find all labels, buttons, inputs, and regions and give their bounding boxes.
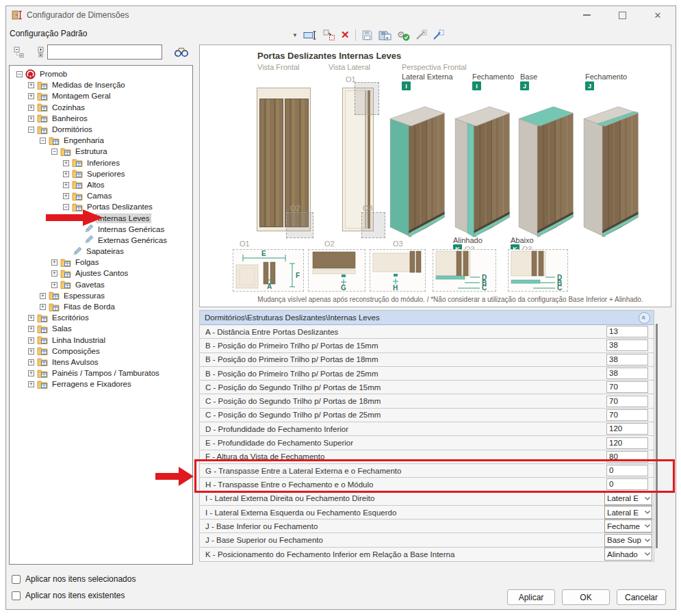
tree-expander-plus-icon[interactable]: +	[51, 259, 57, 266]
tree-item-salas[interactable]: +Salas	[10, 323, 192, 334]
tree-expander-plus-icon[interactable]: +	[28, 326, 34, 332]
param-value-input[interactable]: 38	[606, 339, 648, 351]
checkbox-apply-selected[interactable]: Aplicar nos itens selecionados	[12, 574, 136, 584]
tree-expander-plus-icon[interactable]: +	[28, 116, 34, 122]
tree-item-promob[interactable]: −Promob	[10, 68, 192, 79]
tree-item-banheiros[interactable]: +Banheiros	[10, 113, 192, 124]
tree-expander-plus-icon[interactable]: +	[28, 315, 34, 321]
tree-item-linha-industrial[interactable]: +Linha Industrial	[10, 335, 192, 346]
tree-item-ajustes-cantos[interactable]: +Ajustes Cantos	[10, 268, 192, 279]
param-value-input[interactable]: 70	[606, 409, 648, 421]
apply-button[interactable]: Aplicar	[507, 589, 555, 605]
config-dropdown-caret-icon[interactable]: ▼	[292, 28, 298, 42]
tree-item-escrit-rios[interactable]: +Escritórios	[10, 312, 192, 323]
tree-item-pain-is-tampos-tamburatos[interactable]: +Painéis / Tampos / Tamburatos	[10, 368, 192, 378]
search-binoculars-icon[interactable]	[172, 43, 191, 61]
tree-expander-plus-icon[interactable]: +	[28, 348, 34, 355]
apply-config-gear-check-icon[interactable]: ⚙	[397, 28, 410, 42]
tree-item-estrutura[interactable]: −Estrutura	[10, 146, 192, 157]
tree-item-espessuras[interactable]: +Espessuras	[10, 290, 192, 301]
tree-expander-plus-icon[interactable]: +	[63, 171, 69, 177]
tree-expander-minus-icon[interactable]: −	[16, 71, 23, 77]
tree-expander-plus-icon[interactable]: +	[28, 337, 34, 344]
tree-expander-plus-icon[interactable]: +	[40, 293, 46, 299]
param-value-input[interactable]: 70	[606, 381, 648, 393]
tree-item-label: Altos	[86, 181, 106, 189]
tree-expander-plus-icon[interactable]: +	[28, 82, 34, 88]
tree-expander-plus-icon[interactable]: +	[63, 160, 69, 166]
tree-search-input[interactable]	[47, 44, 162, 60]
tree-item-cozinhas[interactable]: +Cozinhas	[10, 102, 192, 113]
folder-icon	[72, 169, 83, 178]
tree-item-inferiores[interactable]: +Inferiores	[10, 157, 192, 168]
tree-expander-plus-icon[interactable]: +	[28, 381, 34, 387]
tree-expander-plus-icon[interactable]: +	[40, 304, 46, 310]
tree-expander-plus-icon[interactable]: +	[28, 105, 34, 111]
export-arrow-icon[interactable]	[433, 28, 444, 42]
tree-item-montagem-geral[interactable]: +Montagem Geral	[10, 90, 192, 101]
tree-item-ferragens-e-fixadores[interactable]: +Ferragens e Fixadores	[10, 378, 192, 389]
tree-item-superiores[interactable]: +Superiores	[10, 168, 192, 179]
folder-icon	[60, 280, 71, 289]
tree-expander-plus-icon[interactable]: +	[28, 359, 34, 365]
delete-config-icon[interactable]: ✕	[341, 28, 350, 42]
table-scrollbar-thumb[interactable]	[656, 324, 658, 548]
tag-icon	[72, 246, 82, 257]
tree-item-externas-gen-ricas[interactable]: Externas Genéricas	[10, 235, 192, 246]
checkbox-box[interactable]	[12, 591, 21, 600]
promob-icon	[25, 69, 36, 79]
param-value-select[interactable]: Lateral E	[604, 506, 652, 519]
tree-expander-plus-icon[interactable]: +	[51, 282, 57, 288]
detail-diagram-o2: G	[308, 249, 365, 292]
save-icon[interactable]	[361, 28, 373, 42]
tree-expander-plus-icon[interactable]: +	[63, 193, 69, 199]
tree-item-sapateiras[interactable]: Sapateiras	[10, 246, 192, 257]
tree-expander-minus-icon[interactable]: −	[51, 149, 57, 155]
close-button[interactable]: ✕	[640, 6, 676, 24]
param-value-input[interactable]: 38	[606, 368, 648, 379]
tree-item-folgas[interactable]: +Folgas	[10, 257, 192, 268]
param-value-input[interactable]: 38	[606, 354, 648, 365]
tree-expander-plus-icon[interactable]: +	[63, 182, 69, 188]
config-name-dropdown[interactable]: Configuração Padrão	[10, 29, 87, 38]
tree-item-dormit-rios[interactable]: −Dormitórios	[10, 124, 192, 135]
rename-config-icon[interactable]	[303, 28, 318, 42]
maximize-button[interactable]	[604, 6, 640, 24]
tree-item-gavetas[interactable]: +Gavetas	[10, 279, 192, 290]
collapse-chevrons-icon[interactable]: «	[639, 312, 650, 324]
tree-item-altos[interactable]: +Altos	[10, 179, 192, 190]
tree-expander-minus-icon[interactable]: −	[28, 127, 34, 133]
tree-expander-plus-icon[interactable]: +	[28, 93, 34, 99]
collapse-all-icon[interactable]	[10, 43, 28, 61]
param-value-input[interactable]: 13	[606, 326, 648, 337]
param-value-input[interactable]: 120	[606, 423, 648, 435]
tree-expander-minus-icon[interactable]: −	[40, 138, 46, 144]
save-as-icon[interactable]: a	[378, 28, 391, 42]
tree-item-label: Ferragens e Fixadores	[51, 380, 133, 388]
copy-config-icon[interactable]	[323, 28, 335, 42]
checkbox-box[interactable]	[12, 575, 21, 584]
window-title: Configurador de Dimensões	[27, 10, 129, 20]
tree-expander-plus-icon[interactable]: +	[28, 370, 34, 376]
tree-item-composi-es[interactable]: +Composições	[10, 346, 192, 357]
param-value-input[interactable]: 70	[606, 396, 648, 407]
tree-item-engenharia[interactable]: −Engenharia	[10, 135, 192, 146]
cancel-button[interactable]: Cancelar	[617, 589, 666, 605]
tree-item-label: Folgas	[74, 258, 101, 266]
ok-button[interactable]: OK	[562, 589, 610, 605]
checkbox-apply-existing[interactable]: Aplicar nos itens existentes	[12, 591, 125, 600]
tree-expander-plus-icon[interactable]: +	[51, 270, 57, 277]
param-value-select[interactable]: Alinhado	[604, 548, 652, 561]
import-arrow-icon[interactable]	[415, 28, 427, 42]
param-value-input[interactable]: 120	[606, 437, 648, 449]
param-value-select[interactable]: Lateral E	[604, 492, 652, 505]
tree-item-fitas-de-borda[interactable]: +Fitas de Borda	[10, 301, 192, 312]
tree-item-itens-avulsos[interactable]: +Itens Avulsos	[10, 357, 192, 368]
minimize-button[interactable]	[569, 6, 604, 24]
folder-icon	[37, 81, 48, 90]
annotation-arrow-table	[155, 466, 195, 487]
param-value-select[interactable]: Base Sup	[604, 534, 652, 547]
tree-item-camas[interactable]: +Camas	[10, 190, 192, 201]
tree-item-medidas-de-inser-o[interactable]: +Medidas de Inserção	[10, 79, 192, 90]
param-value-select[interactable]: Fechame	[604, 519, 652, 532]
